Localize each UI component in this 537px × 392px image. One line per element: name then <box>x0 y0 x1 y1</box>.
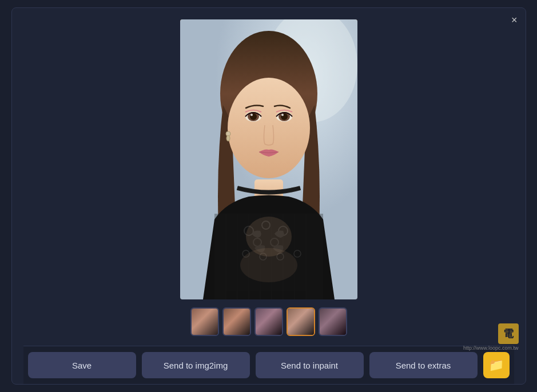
svg-point-26 <box>240 248 297 282</box>
thumbnail-5[interactable] <box>319 307 347 336</box>
save-button[interactable]: Save <box>28 352 136 378</box>
svg-point-4 <box>228 78 310 178</box>
thumbnail-4[interactable] <box>287 307 315 336</box>
thumbnail-1[interactable] <box>190 307 219 336</box>
bottom-bar: Save Send to img2img Send to inpaint Sen… <box>23 346 514 384</box>
watermark-logo: 電 <box>498 323 519 344</box>
image-preview-modal: × <box>11 7 526 385</box>
main-image <box>180 19 357 299</box>
thumbnails-row <box>190 307 347 336</box>
svg-point-12 <box>281 114 284 116</box>
svg-point-8 <box>250 114 253 116</box>
send-extras-button[interactable]: Send to extras <box>369 352 478 378</box>
watermark: 電 http://www.loopc.com.tw <box>463 323 519 351</box>
main-image-area <box>23 19 514 346</box>
thumb-image-1 <box>192 309 218 335</box>
folder-button[interactable]: 📁 <box>483 352 510 378</box>
send-img2img-button[interactable]: Send to img2img <box>142 352 250 378</box>
thumbnail-3[interactable] <box>254 307 283 336</box>
svg-point-14 <box>226 135 230 141</box>
send-inpaint-button[interactable]: Send to inpaint <box>256 352 364 378</box>
thumb-image-3 <box>256 309 282 335</box>
thumb-image-4 <box>288 309 314 335</box>
close-button[interactable]: × <box>511 15 518 25</box>
thumb-image-2 <box>224 309 250 335</box>
watermark-url: http://www.loopc.com.tw <box>463 345 519 351</box>
folder-icon: 📁 <box>488 358 504 373</box>
thumbnail-2[interactable] <box>222 307 251 336</box>
thumb-image-5 <box>320 309 346 335</box>
